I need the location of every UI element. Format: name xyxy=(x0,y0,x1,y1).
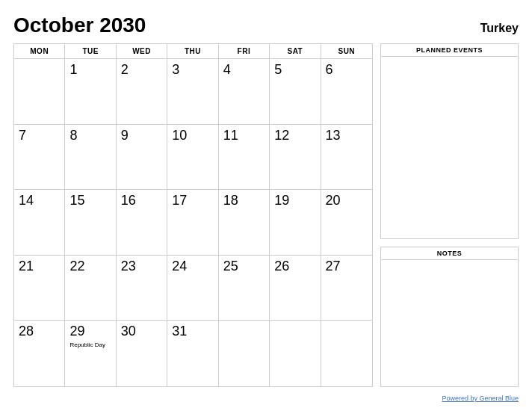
day-cell xyxy=(270,321,321,386)
planned-events-label: PLANNED EVENTS xyxy=(381,44,518,57)
footer: Powered by General Blue xyxy=(13,387,519,404)
day-headers: MONTUEWEDTHUFRISATSUN xyxy=(14,44,372,59)
day-cell: 22 xyxy=(65,256,116,321)
day-cell: 20 xyxy=(321,190,372,256)
day-number: 17 xyxy=(172,193,187,209)
day-cell xyxy=(321,321,372,386)
day-cell: 24 xyxy=(167,256,218,321)
day-number: 23 xyxy=(121,259,136,275)
day-number: 10 xyxy=(172,128,187,144)
day-number: 28 xyxy=(19,324,34,340)
day-cell: 12 xyxy=(270,125,321,191)
day-number: 13 xyxy=(326,128,341,144)
day-cell: 21 xyxy=(14,256,65,321)
event-label: Republic Day xyxy=(69,342,105,348)
day-cell: 13 xyxy=(321,125,372,191)
day-cell: 25 xyxy=(219,256,270,321)
day-cell: 4 xyxy=(219,59,270,125)
day-cell: 2 xyxy=(117,59,167,125)
day-number: 16 xyxy=(121,193,136,209)
day-header-sun: SUN xyxy=(321,44,372,59)
notes-box: NOTES xyxy=(380,247,519,387)
page: October 2030 Turkey MONTUEWEDTHUFRISATSU… xyxy=(0,0,532,411)
day-cell: 14 xyxy=(14,190,65,256)
day-number: 11 xyxy=(223,128,238,144)
day-number: 18 xyxy=(223,193,238,209)
day-cell: 5 xyxy=(270,59,321,125)
day-cell: 17 xyxy=(167,190,218,256)
day-cell: 15 xyxy=(65,190,116,256)
day-number: 25 xyxy=(223,259,238,275)
planned-events-content xyxy=(381,57,518,238)
day-number: 5 xyxy=(274,62,282,78)
day-number: 6 xyxy=(326,62,333,78)
day-cell: 18 xyxy=(219,190,270,256)
day-cell: 7 xyxy=(14,125,65,191)
day-header-sat: SAT xyxy=(270,44,321,59)
day-number: 29 xyxy=(69,324,84,340)
sidebar: PLANNED EVENTS NOTES xyxy=(380,43,519,387)
day-number: 21 xyxy=(19,259,34,275)
day-cell: 3 xyxy=(167,59,218,125)
day-header-mon: MON xyxy=(14,44,65,59)
day-cell: 16 xyxy=(117,190,167,256)
day-cell: 29Republic Day xyxy=(65,321,116,386)
day-number: 4 xyxy=(223,62,231,78)
day-number: 30 xyxy=(121,324,136,340)
day-number: 24 xyxy=(172,259,187,275)
calendar-section: MONTUEWEDTHUFRISATSUN 123456789101112131… xyxy=(13,43,373,387)
day-number: 3 xyxy=(172,62,179,78)
day-header-tue: TUE xyxy=(65,44,116,59)
day-cell: 30 xyxy=(117,321,167,386)
day-cell: 19 xyxy=(270,190,321,256)
day-cell xyxy=(219,321,270,386)
day-cell: 6 xyxy=(321,59,372,125)
day-header-thu: THU xyxy=(167,44,218,59)
day-cell: 11 xyxy=(219,125,270,191)
day-number: 31 xyxy=(172,324,187,340)
day-number: 8 xyxy=(69,128,77,144)
month-title: October 2030 xyxy=(13,13,146,37)
notes-content xyxy=(381,260,518,386)
day-number: 22 xyxy=(69,259,84,275)
powered-by-link[interactable]: Powered by General Blue xyxy=(442,395,519,402)
day-cell: 31 xyxy=(167,321,218,386)
planned-events-box: PLANNED EVENTS xyxy=(380,43,519,239)
day-cell: 9 xyxy=(117,125,167,191)
day-cell: 10 xyxy=(167,125,218,191)
day-header-wed: WED xyxy=(117,44,167,59)
day-header-fri: FRI xyxy=(219,44,270,59)
day-number: 1 xyxy=(69,62,77,78)
country: Turkey xyxy=(480,22,519,35)
day-cell: 26 xyxy=(270,256,321,321)
day-number: 20 xyxy=(326,193,341,209)
day-number: 27 xyxy=(326,259,341,275)
day-number: 7 xyxy=(19,128,26,144)
day-cell: 8 xyxy=(65,125,116,191)
header: October 2030 Turkey xyxy=(13,13,519,37)
calendar-grid: 1234567891011121314151617181920212223242… xyxy=(14,59,372,386)
day-number: 2 xyxy=(121,62,129,78)
notes-label: NOTES xyxy=(381,247,518,260)
main-area: MONTUEWEDTHUFRISATSUN 123456789101112131… xyxy=(13,43,519,387)
day-cell xyxy=(14,59,65,125)
day-number: 14 xyxy=(19,193,34,209)
day-number: 15 xyxy=(69,193,84,209)
day-number: 19 xyxy=(274,193,289,209)
day-number: 26 xyxy=(274,259,289,275)
day-cell: 28 xyxy=(14,321,65,386)
day-cell: 23 xyxy=(117,256,167,321)
day-cell: 1 xyxy=(65,59,116,125)
day-cell: 27 xyxy=(321,256,372,321)
day-number: 12 xyxy=(274,128,289,144)
day-number: 9 xyxy=(121,128,129,144)
